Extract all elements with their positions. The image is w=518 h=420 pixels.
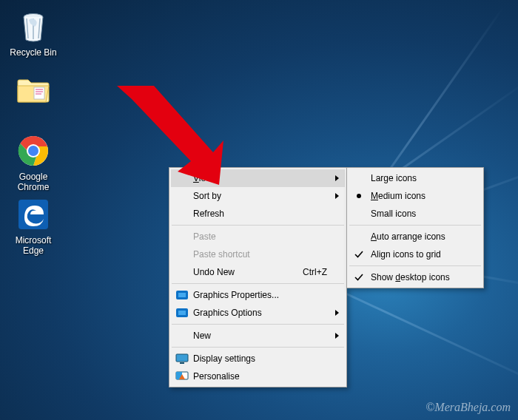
menu-undo-shortcut: Ctrl+Z: [303, 267, 327, 277]
menu-graphics-properties[interactable]: Graphics Properties...: [171, 286, 345, 304]
view-submenu: Large icons Medium icons Small icons Aut…: [346, 167, 484, 288]
chrome-glyph: [16, 133, 51, 169]
menu-separator: [172, 225, 344, 226]
desktop-context-menu: View Sort by Refresh Paste Paste shortcu…: [169, 167, 347, 387]
submenu-auto-arrange[interactable]: Auto arrange icons: [349, 228, 482, 245]
menu-separator: [172, 324, 344, 325]
menu-graphics-options[interactable]: Graphics Options: [171, 304, 345, 322]
menu-separator: [349, 265, 481, 266]
menu-separator: [349, 225, 481, 226]
menu-personalise[interactable]: Personalise: [171, 368, 345, 385]
svg-rect-1: [34, 87, 44, 99]
chevron-right-icon: [335, 175, 339, 181]
menu-refresh[interactable]: Refresh: [171, 205, 345, 223]
display-icon: [175, 353, 189, 365]
intel-icon: [175, 289, 189, 301]
menu-display-settings[interactable]: Display settings: [171, 350, 345, 368]
menu-new[interactable]: New: [171, 327, 345, 345]
folder-glyph: [16, 72, 51, 108]
google-chrome-icon[interactable]: Google Chrome: [6, 133, 61, 192]
svg-point-4: [28, 146, 38, 156]
submenu-medium-icons[interactable]: Medium icons: [349, 187, 482, 205]
chrome-label: Google Chrome: [6, 172, 61, 192]
menu-undo-new[interactable]: Undo New Ctrl+Z: [171, 263, 345, 281]
svg-rect-7: [178, 293, 186, 297]
svg-rect-10: [176, 354, 188, 362]
submenu-small-icons[interactable]: Small icons: [349, 205, 482, 223]
microsoft-edge-icon[interactable]: MicrosoftEdge: [6, 197, 61, 256]
menu-separator: [172, 347, 344, 348]
checkmark-icon: [353, 271, 365, 283]
menu-sort-by[interactable]: Sort by: [171, 187, 345, 205]
chevron-right-icon: [335, 310, 339, 316]
chevron-right-icon: [335, 333, 339, 339]
radio-dot-icon: [353, 190, 365, 202]
submenu-show-desktop-icons[interactable]: Show desktop icons: [349, 268, 482, 286]
chevron-right-icon: [335, 193, 339, 199]
submenu-align-to-grid[interactable]: Align icons to grid: [349, 245, 482, 263]
edge-glyph: [16, 197, 51, 232]
watermark-text: ©MeraBheja.com: [426, 401, 511, 414]
menu-paste-shortcut: Paste shortcut: [171, 245, 345, 263]
checkmark-icon: [353, 248, 365, 260]
menu-view[interactable]: View: [171, 169, 345, 187]
recycle-bin-glyph: [16, 9, 51, 44]
svg-rect-9: [178, 311, 186, 315]
edge-label: MicrosoftEdge: [6, 235, 61, 256]
menu-paste: Paste: [171, 228, 345, 245]
recycle-bin-icon[interactable]: Recycle Bin: [6, 9, 61, 58]
recycle-bin-label: Recycle Bin: [6, 47, 61, 58]
svg-rect-11: [180, 362, 184, 364]
intel-icon: [175, 307, 189, 319]
folder-icon[interactable]: [6, 72, 61, 111]
submenu-large-icons[interactable]: Large icons: [349, 169, 482, 187]
personalise-icon: [175, 370, 189, 382]
menu-separator: [172, 283, 344, 284]
